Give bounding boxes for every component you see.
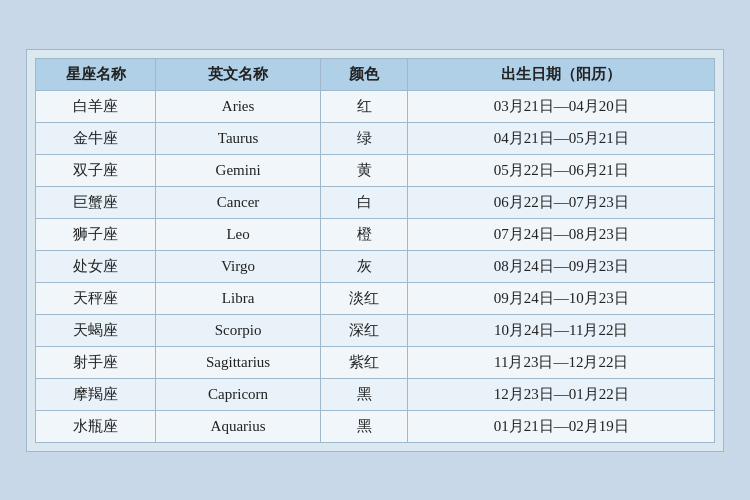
cell-english: Virgo [156, 250, 320, 282]
cell-date: 01月21日—02月19日 [408, 410, 715, 442]
cell-color: 黑 [320, 410, 408, 442]
cell-color: 淡红 [320, 282, 408, 314]
cell-english: Sagittarius [156, 346, 320, 378]
table-row: 处女座Virgo灰08月24日—09月23日 [36, 250, 715, 282]
table-row: 摩羯座Capricorn黑12月23日—01月22日 [36, 378, 715, 410]
cell-color: 白 [320, 186, 408, 218]
header-color: 颜色 [320, 58, 408, 90]
cell-chinese: 摩羯座 [36, 378, 156, 410]
cell-chinese: 白羊座 [36, 90, 156, 122]
header-english: 英文名称 [156, 58, 320, 90]
cell-date: 04月21日—05月21日 [408, 122, 715, 154]
cell-chinese: 双子座 [36, 154, 156, 186]
cell-chinese: 金牛座 [36, 122, 156, 154]
cell-date: 10月24日—11月22日 [408, 314, 715, 346]
cell-english: Cancer [156, 186, 320, 218]
cell-date: 03月21日—04月20日 [408, 90, 715, 122]
table-row: 天蝎座Scorpio深红10月24日—11月22日 [36, 314, 715, 346]
table-row: 双子座Gemini黄05月22日—06月21日 [36, 154, 715, 186]
cell-color: 红 [320, 90, 408, 122]
cell-date: 07月24日—08月23日 [408, 218, 715, 250]
header-date: 出生日期（阳历） [408, 58, 715, 90]
zodiac-table-container: 星座名称 英文名称 颜色 出生日期（阳历） 白羊座Aries红03月21日—04… [26, 49, 724, 452]
cell-date: 08月24日—09月23日 [408, 250, 715, 282]
cell-chinese: 狮子座 [36, 218, 156, 250]
table-row: 水瓶座Aquarius黑01月21日—02月19日 [36, 410, 715, 442]
cell-english: Capricorn [156, 378, 320, 410]
cell-chinese: 处女座 [36, 250, 156, 282]
cell-english: Aries [156, 90, 320, 122]
cell-date: 09月24日—10月23日 [408, 282, 715, 314]
cell-english: Gemini [156, 154, 320, 186]
cell-english: Aquarius [156, 410, 320, 442]
cell-chinese: 天秤座 [36, 282, 156, 314]
table-row: 金牛座Taurus绿04月21日—05月21日 [36, 122, 715, 154]
cell-date: 11月23日—12月22日 [408, 346, 715, 378]
table-row: 白羊座Aries红03月21日—04月20日 [36, 90, 715, 122]
cell-date: 12月23日—01月22日 [408, 378, 715, 410]
cell-date: 05月22日—06月21日 [408, 154, 715, 186]
cell-color: 紫红 [320, 346, 408, 378]
cell-color: 黑 [320, 378, 408, 410]
cell-chinese: 天蝎座 [36, 314, 156, 346]
cell-color: 黄 [320, 154, 408, 186]
cell-chinese: 射手座 [36, 346, 156, 378]
cell-chinese: 水瓶座 [36, 410, 156, 442]
zodiac-table: 星座名称 英文名称 颜色 出生日期（阳历） 白羊座Aries红03月21日—04… [35, 58, 715, 443]
cell-english: Taurus [156, 122, 320, 154]
cell-english: Libra [156, 282, 320, 314]
table-row: 狮子座Leo橙07月24日—08月23日 [36, 218, 715, 250]
cell-date: 06月22日—07月23日 [408, 186, 715, 218]
cell-color: 灰 [320, 250, 408, 282]
table-row: 天秤座Libra淡红09月24日—10月23日 [36, 282, 715, 314]
table-row: 射手座Sagittarius紫红11月23日—12月22日 [36, 346, 715, 378]
header-chinese: 星座名称 [36, 58, 156, 90]
cell-color: 绿 [320, 122, 408, 154]
cell-color: 橙 [320, 218, 408, 250]
cell-english: Scorpio [156, 314, 320, 346]
cell-color: 深红 [320, 314, 408, 346]
cell-english: Leo [156, 218, 320, 250]
table-header-row: 星座名称 英文名称 颜色 出生日期（阳历） [36, 58, 715, 90]
cell-chinese: 巨蟹座 [36, 186, 156, 218]
table-row: 巨蟹座Cancer白06月22日—07月23日 [36, 186, 715, 218]
table-body: 白羊座Aries红03月21日—04月20日金牛座Taurus绿04月21日—0… [36, 90, 715, 442]
